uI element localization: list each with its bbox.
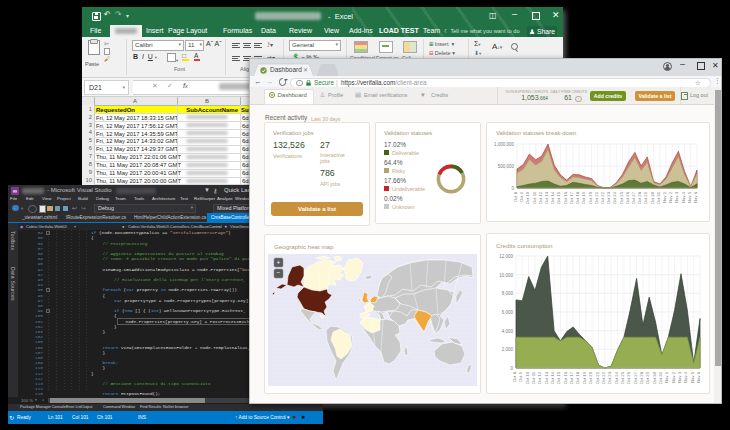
svg-text:Oct 13: Oct 13 xyxy=(544,371,549,384)
svg-text:Oct 27: Oct 27 xyxy=(631,191,636,204)
svg-text:Oct 11: Oct 11 xyxy=(531,371,536,384)
svg-text:0: 0 xyxy=(510,366,513,371)
svg-text:Oct 22: Oct 22 xyxy=(600,191,605,204)
svg-text:Oct 15: Oct 15 xyxy=(556,371,561,384)
svg-text:500,000: 500,000 xyxy=(498,164,515,169)
svg-text:Oct 12: Oct 12 xyxy=(537,371,542,384)
svg-text:Oct 24: Oct 24 xyxy=(612,191,617,204)
svg-text:Nov 4: Nov 4 xyxy=(683,371,688,383)
svg-text:Oct 12: Oct 12 xyxy=(538,191,543,204)
svg-text:Oct 17: Oct 17 xyxy=(569,191,574,204)
svg-text:Oct 13: Oct 13 xyxy=(544,191,549,204)
svg-text:Oct 23: Oct 23 xyxy=(606,191,611,204)
svg-text:Oct 18: Oct 18 xyxy=(575,371,580,384)
svg-text:Oct 26: Oct 26 xyxy=(625,191,630,204)
svg-text:−: − xyxy=(277,269,281,276)
svg-text:Oct 23: Oct 23 xyxy=(607,371,612,384)
svg-text:Oct 8: Oct 8 xyxy=(512,371,517,382)
svg-text:Nov 2: Nov 2 xyxy=(668,191,673,203)
svg-text:Oct 9: Oct 9 xyxy=(518,371,523,382)
svg-text:Oct 11: Oct 11 xyxy=(532,191,537,204)
svg-text:0: 0 xyxy=(511,186,514,191)
svg-text:Oct 20: Oct 20 xyxy=(588,371,593,384)
svg-text:Oct 27: Oct 27 xyxy=(633,371,638,384)
svg-text:Oct 29: Oct 29 xyxy=(645,371,650,384)
svg-text:Oct 21: Oct 21 xyxy=(594,191,599,204)
svg-text:Oct 14: Oct 14 xyxy=(550,371,555,384)
svg-text:Oct 31: Oct 31 xyxy=(656,191,661,204)
svg-text:Nov 6: Nov 6 xyxy=(696,371,701,383)
svg-text:Oct 31: Oct 31 xyxy=(658,371,663,384)
svg-text:Oct 14: Oct 14 xyxy=(550,191,555,204)
svg-text:Nov 4: Nov 4 xyxy=(681,191,686,203)
svg-text:Oct 21: Oct 21 xyxy=(595,371,600,384)
svg-text:Oct 26: Oct 26 xyxy=(626,371,631,384)
svg-text:8,000: 8,000 xyxy=(502,291,514,296)
svg-text:Oct 30: Oct 30 xyxy=(652,371,657,384)
svg-text:Oct 9: Oct 9 xyxy=(519,191,524,202)
svg-text:Oct 30: Oct 30 xyxy=(650,191,655,204)
svg-text:Oct 22: Oct 22 xyxy=(601,371,606,384)
svg-text:Nov 6: Nov 6 xyxy=(693,191,698,203)
svg-text:6,000: 6,000 xyxy=(502,310,514,315)
svg-text:1,000,000: 1,000,000 xyxy=(494,142,515,147)
svg-text:Nov 1: Nov 1 xyxy=(664,371,669,383)
svg-text:Oct 17: Oct 17 xyxy=(569,371,574,384)
svg-text:4,000: 4,000 xyxy=(502,329,514,334)
svg-text:Oct 28: Oct 28 xyxy=(637,191,642,204)
svg-text:Nov 5: Nov 5 xyxy=(687,191,692,203)
svg-text:Oct 24: Oct 24 xyxy=(614,371,619,384)
svg-text:Oct 10: Oct 10 xyxy=(525,371,530,384)
svg-text:2,000: 2,000 xyxy=(502,347,514,352)
svg-text:Nov 2: Nov 2 xyxy=(671,371,676,383)
svg-text:Oct 15: Oct 15 xyxy=(556,191,561,204)
svg-text:Oct 19: Oct 19 xyxy=(582,371,587,384)
svg-text:Oct 16: Oct 16 xyxy=(563,371,568,384)
svg-text:12,000: 12,000 xyxy=(499,254,513,259)
svg-text:Oct 28: Oct 28 xyxy=(639,371,644,384)
svg-text:Nov 3: Nov 3 xyxy=(677,371,682,383)
svg-text:Oct 10: Oct 10 xyxy=(525,191,530,204)
svg-text:+: + xyxy=(277,259,281,266)
svg-text:Oct 29: Oct 29 xyxy=(643,191,648,204)
svg-text:Oct 25: Oct 25 xyxy=(620,371,625,384)
svg-text:Nov 5: Nov 5 xyxy=(690,371,695,383)
svg-text:Oct 16: Oct 16 xyxy=(563,191,568,204)
svg-text:Nov 1: Nov 1 xyxy=(662,191,667,203)
svg-text:10,000: 10,000 xyxy=(499,273,513,278)
svg-text:Nov 3: Nov 3 xyxy=(674,191,679,203)
svg-text:Oct 18: Oct 18 xyxy=(575,191,580,204)
svg-text:Oct 19: Oct 19 xyxy=(581,191,586,204)
svg-text:Oct 25: Oct 25 xyxy=(619,191,624,204)
svg-text:Oct 20: Oct 20 xyxy=(588,191,593,204)
svg-text:Oct 8: Oct 8 xyxy=(513,191,518,202)
